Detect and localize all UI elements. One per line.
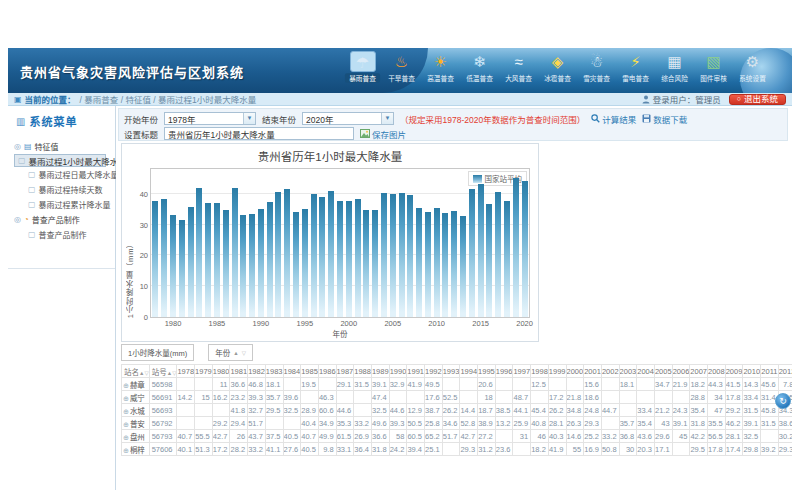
bar-2002 [363, 210, 369, 317]
y-tick-label: 30 [140, 220, 148, 229]
save-image-button[interactable]: 保存图片 [360, 128, 406, 140]
bar-1997 [319, 197, 325, 317]
header-icon-bar: ☂暴雨普查♨干旱普查☀高温普查❄低温普查≈大风普查◈冰雹普查☃雪灾普查⚡雷电普查… [344, 51, 771, 83]
value-cell [283, 378, 301, 391]
start-year-select[interactable]: 1978年 ▼ [164, 112, 256, 125]
start-year-value: 1978年 [168, 113, 195, 125]
row-expander-icon[interactable]: ⊕ [123, 421, 129, 428]
value-cell: 9.8 [318, 443, 336, 456]
app-header: 贵州省气象灾害风险评估与区划系统 ☂暴雨普查♨干旱普查☀高温普查❄低温普查≈大风… [8, 48, 792, 93]
sidebar-group-0[interactable]: ◎▤特征值 [14, 139, 113, 154]
bar-2016 [486, 204, 492, 317]
bar-2018 [504, 201, 510, 317]
value-cell: 43.7 [248, 430, 266, 443]
toolbar-label: 暴雨普查 [345, 73, 380, 83]
toolbar-label: 图件审核 [696, 73, 731, 83]
value-cell: 30 [619, 443, 637, 456]
sidebar-item-label: 普查产品制作 [39, 229, 87, 240]
value-cell: 40.3 [548, 430, 566, 443]
toolbar-wind-survey[interactable]: ≈大风普查 [500, 51, 537, 83]
sidebar-item[interactable]: ▢普查产品制作 [14, 227, 113, 242]
bar-2003 [372, 210, 378, 317]
value-cell: 52.8 [460, 417, 478, 430]
measure-field-box[interactable]: 1小时降水量(mm) [121, 344, 194, 361]
row-expander-icon[interactable]: ⊕ [123, 395, 129, 402]
x-tick-label: 1985 [209, 319, 226, 328]
toolbar-system-settings[interactable]: ⚙系统设置 [734, 51, 771, 83]
float-refresh-button[interactable]: ↻ [775, 393, 791, 409]
sidebar-item[interactable]: ▢暴雨过程日最大降水量 [14, 167, 113, 182]
bar-1996 [311, 194, 317, 317]
year-column-header: 2000 [566, 365, 584, 378]
value-cell [318, 378, 336, 391]
value-cell: 20.3 [637, 443, 655, 456]
station-id-cell: 56793 [149, 430, 177, 443]
bar-2019 [513, 178, 519, 317]
year-column-header: 2008 [708, 365, 726, 378]
x-tick-label: 1990 [253, 319, 270, 328]
download-button[interactable]: 数据下载 [642, 113, 687, 125]
value-cell: 39.3 [389, 417, 407, 430]
station-id-cell: 56792 [149, 417, 177, 430]
precipitation-table: 站名▲▽站号▲▽19781979198019811982198319841985… [121, 364, 792, 456]
station-id-header[interactable]: 站号▲▽ [149, 365, 177, 378]
year-column-header: 1983 [265, 365, 283, 378]
sidebar-item[interactable]: ▢暴雨过程累计降水量 [14, 197, 113, 212]
value-cell: 35.7 [265, 391, 283, 404]
value-cell: 50.8 [601, 443, 619, 456]
toolbar-rainstorm-survey[interactable]: ☂暴雨普查 [344, 51, 381, 83]
value-cell [601, 378, 619, 391]
value-cell: 38.6 [778, 417, 792, 430]
sidebar-group-1[interactable]: ◎◔普查产品制作 [14, 212, 113, 227]
row-expander-icon[interactable]: ⊕ [123, 447, 129, 454]
toolbar-comprehensive-risk[interactable]: ▦综合风险 [656, 51, 693, 83]
value-cell: 32.7 [248, 404, 266, 417]
toolbar-lightning-survey[interactable]: ⚡雷电普查 [617, 51, 654, 83]
row-expander-icon[interactable]: ⊕ [123, 434, 129, 441]
calculate-button[interactable]: 计算结果 [591, 113, 636, 125]
value-cell: 35.4 [690, 404, 708, 417]
logged-in-user: 登录用户：管理员 [653, 93, 721, 105]
value-cell: 29.4 [230, 417, 248, 430]
toolbar-high-temp-survey[interactable]: ☀高温普查 [422, 51, 459, 83]
toolbar-low-temp-survey[interactable]: ❄低温普查 [461, 51, 498, 83]
value-cell: 35.4 [637, 417, 655, 430]
year-column-header: 1982 [248, 365, 266, 378]
value-cell: 47 [708, 404, 726, 417]
sort-asc-icon[interactable]: ▲ [233, 350, 238, 356]
expander-icon[interactable]: ◎ [14, 142, 21, 151]
value-cell: 40.8 [531, 417, 549, 430]
sidebar-item[interactable]: ▢暴雨过程持续天数 [14, 182, 113, 197]
toolbar-map-review[interactable]: ▧图件审核 [695, 51, 732, 83]
year-column-header: 2004 [637, 365, 655, 378]
chart-title-input[interactable] [164, 127, 354, 140]
expander-icon[interactable]: ◎ [14, 215, 21, 224]
end-year-select[interactable]: 2020年 ▼ [302, 112, 394, 125]
map-review-icon: ▧ [701, 51, 727, 72]
value-cell: 43 [654, 417, 672, 430]
toolbar-drought-survey[interactable]: ♨干旱普查 [383, 51, 420, 83]
toolbar-snow-survey[interactable]: ☃雪灾普查 [578, 51, 615, 83]
x-tick-label: 1980 [165, 319, 182, 328]
value-cell: 17.4 [725, 443, 743, 456]
year-column-header: 1996 [495, 365, 513, 378]
bar-1995 [302, 209, 308, 317]
sort-desc-icon[interactable]: ▽ [242, 350, 246, 356]
value-cell: 38.5 [495, 404, 513, 417]
station-name-header[interactable]: 站名▲▽ [122, 365, 150, 378]
year-field-box[interactable]: 年份 ▲ ▽ [208, 344, 253, 361]
value-cell [195, 404, 213, 417]
save-image-label: 保存图片 [372, 128, 406, 140]
value-cell: 14.6 [566, 430, 584, 443]
row-expander-icon[interactable]: ⊕ [123, 408, 129, 415]
row-expander-icon[interactable]: ⊕ [123, 382, 129, 389]
value-cell: 33.1 [336, 443, 354, 456]
value-cell: 27.2 [478, 430, 496, 443]
value-cell: 17.2 [548, 391, 566, 404]
logout-button[interactable]: ○ 退出系统 [729, 94, 786, 105]
bar-2004 [381, 193, 387, 317]
toolbar-hail-survey[interactable]: ◈冰雹普查 [539, 51, 576, 83]
query-panel: 开始年份 1978年 ▼ 结束年份 2020年 ▼ （规定采用1978-2020… [118, 108, 788, 141]
chevron-down-icon: ▼ [381, 113, 393, 124]
sidebar-item[interactable]: ▢暴雨过程1小时最大降水量 [14, 154, 106, 167]
